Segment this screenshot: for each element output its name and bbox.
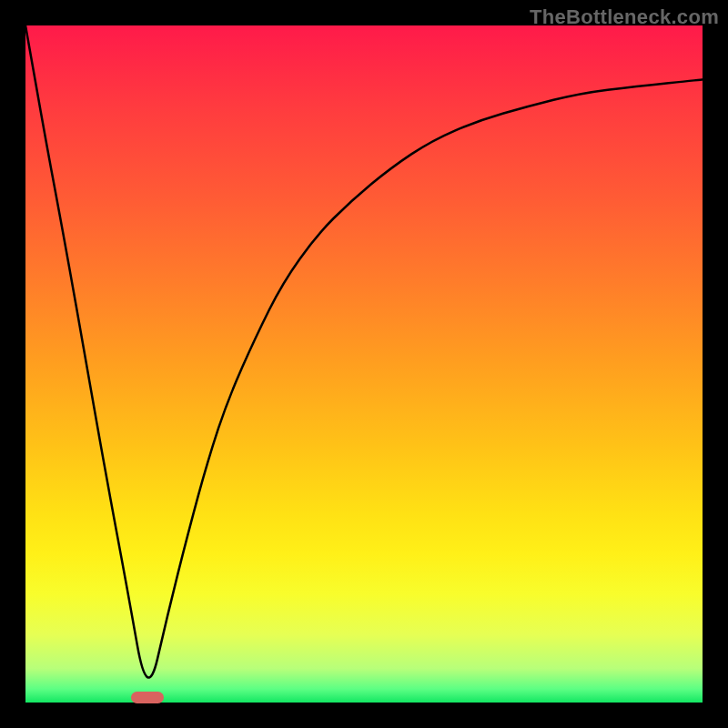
minimum-marker — [131, 692, 164, 703]
curve-svg — [25, 25, 703, 703]
bottleneck-curve — [25, 25, 703, 678]
chart-frame: TheBottleneck.com — [0, 0, 728, 728]
